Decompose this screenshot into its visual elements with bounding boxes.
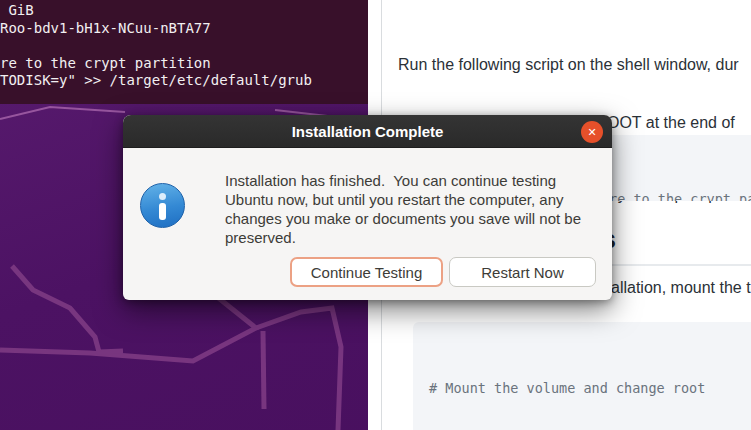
restart-now-button[interactable]: Restart Now [449, 257, 596, 287]
terminal-line [0, 37, 368, 55]
terminal-window[interactable]: GiB Roo-bdv1-bH1x-NCuu-nBTA77 re to the … [0, 0, 368, 104]
info-icon-dot [159, 193, 166, 200]
installation-complete-dialog: Installation Complete ✕ Installation has… [123, 115, 612, 300]
dialog-message: Installation has finished. You can conti… [225, 171, 615, 247]
code-comment: re to the crypt pa [609, 189, 751, 201]
desktop: GiB Roo-bdv1-bH1x-NCuu-nBTA77 re to the … [0, 0, 751, 430]
close-button[interactable]: ✕ [581, 121, 603, 143]
info-icon-stem [159, 203, 166, 220]
dialog-title: Installation Complete [292, 123, 444, 140]
terminal-line: GiB [0, 2, 368, 20]
info-icon [140, 183, 185, 228]
dialog-titlebar[interactable]: Installation Complete ✕ [123, 115, 612, 148]
code-comment: # Mount the volume and change root [429, 378, 751, 398]
code-block-crypt-text: re to the crypt pa TODISK=y" >> /targ [609, 149, 751, 201]
code-block-mount: # Mount the volume and change root # /ta… [413, 322, 751, 430]
dialog-message-line: changes you make or documents you save w… [225, 209, 615, 228]
close-icon: ✕ [587, 126, 596, 139]
doc-paragraph-mount-fragment: allation, mount the ta [611, 276, 751, 300]
terminal-line: Roo-bdv1-bH1x-NCuu-nBTA77 [0, 20, 368, 38]
dialog-message-line: preserved. [225, 228, 615, 247]
terminal-line: TODISK=y" >> /target/etc/default/grub [0, 72, 368, 90]
terminal-line: re to the crypt partition [0, 55, 368, 73]
continue-testing-button[interactable]: Continue Testing [290, 257, 443, 287]
dialog-message-line: Ubuntu now, but until you restart the co… [225, 190, 615, 209]
dialog-message-line: Installation has finished. You can conti… [225, 171, 615, 190]
